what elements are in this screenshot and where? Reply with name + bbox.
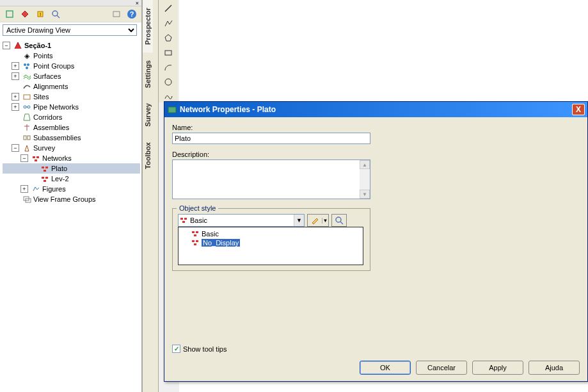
toolspace-panel: × ! ? Active Drawing View − Seção-1 ◈ Po… [0,0,142,392]
tree-point-groups[interactable]: + Point Groups [3,61,140,71]
tree-subassemblies[interactable]: Subassemblies [3,133,140,143]
tree-corridors[interactable]: Corridors [3,112,140,122]
svg-line-41 [340,222,343,224]
style-option-label: Basic [202,230,219,238]
expand-icon[interactable]: + [20,185,28,193]
toolbar-btn-1[interactable] [3,8,17,20]
style-option-label: No_Display [202,239,240,247]
tab-settings[interactable]: Settings [143,53,153,95]
style-preview-button[interactable] [331,214,347,227]
tree-root-label: Seção-1 [24,42,51,49]
svg-text:?: ? [130,10,134,18]
expander-blank [12,124,19,131]
show-tooltips-label: Show tool tips [183,345,226,353]
show-tooltips-checkbox[interactable]: ✓ [172,345,180,353]
tab-toolbox[interactable]: Toolbox [143,135,153,177]
help-button[interactable]: Ajuda [528,361,580,375]
sites-icon [22,92,31,101]
network-icon [191,230,200,238]
tree-label: Plato [51,165,67,172]
help-icon[interactable]: ? [125,8,139,20]
svg-rect-11 [24,95,30,99]
tree-figures[interactable]: + Figures [3,184,140,194]
svg-rect-18 [28,136,30,140]
svg-rect-28 [42,177,44,179]
pencil-icon [308,216,322,224]
scrollbar[interactable]: ▲ ▼ [360,160,370,199]
tree-points[interactable]: ◈ Points [3,51,140,61]
toolbar-btn-3[interactable]: ! [33,8,47,20]
ok-button[interactable]: OK [360,361,411,375]
svg-line-33 [165,5,171,12]
svg-line-20 [27,145,29,151]
tree-pipe-networks[interactable]: + Pipe Networks [3,102,140,112]
style-option-no-display[interactable]: No_Display [180,238,361,247]
subassemblies-icon [22,133,31,142]
collapse-icon[interactable]: − [12,144,19,152]
tree-assemblies[interactable]: Assemblies [3,122,140,133]
dialog-titlebar[interactable]: Network Properties - Plato X [164,102,587,117]
svg-rect-24 [35,159,37,161]
cancel-button[interactable]: Cancelar [416,361,467,375]
style-dropdown[interactable]: Basic ▼ [178,214,305,227]
tree-label: Figures [42,185,66,193]
description-input[interactable]: ▲ ▼ [172,159,370,199]
line-tool-icon[interactable] [162,3,175,13]
show-tooltips-row[interactable]: ✓ Show tool tips [172,345,226,353]
survey-icon [22,143,31,152]
name-input[interactable] [172,133,370,144]
svg-point-9 [27,63,29,66]
tree-network-plato[interactable]: Plato [3,163,140,174]
collapse-icon[interactable]: − [3,42,10,49]
prospector-tree[interactable]: − Seção-1 ◈ Points + Point Groups + Surf… [0,38,141,207]
toolbar-btn-2[interactable] [18,8,32,20]
polygon-tool-icon[interactable] [162,32,175,43]
tree-view-frame-groups[interactable]: View Frame Groups [3,194,140,204]
zoom-icon[interactable] [49,8,63,20]
network-icon [191,239,200,247]
chevron-down-icon[interactable]: ▼ [294,215,304,226]
style-selected-text: Basic [189,216,294,224]
tree-sites[interactable]: + Sites [3,92,140,102]
svg-rect-29 [45,177,48,179]
panel-close-icon[interactable]: × [136,0,139,6]
style-options-list[interactable]: Basic No_Display [178,227,363,265]
tree-label: Corridors [33,113,62,121]
svg-rect-37 [180,218,183,220]
tree-network-lev2[interactable]: Lev-2 [3,174,140,184]
close-button[interactable]: X [572,104,585,115]
svg-point-3 [52,11,58,16]
polyline-tool-icon[interactable] [162,17,175,28]
tab-survey[interactable]: Survey [143,95,153,135]
toolbar-btn-preview[interactable] [109,8,123,20]
svg-rect-36 [168,107,176,113]
tree-survey[interactable]: − Survey [3,143,140,153]
chevron-down-icon[interactable]: ▼ [322,218,328,224]
tree-alignments[interactable]: Alignments [3,81,140,92]
scroll-down-icon[interactable]: ▼ [360,190,370,199]
view-selector[interactable]: Active Drawing View [3,24,137,36]
scroll-up-icon[interactable]: ▲ [360,160,370,169]
expand-icon[interactable]: + [12,62,19,70]
draw-toolbar [159,0,178,102]
svg-rect-42 [192,231,195,233]
expander-blank [29,175,37,183]
circle-tool-icon[interactable] [162,77,175,88]
apply-button[interactable]: Apply [472,361,523,375]
expand-icon[interactable]: + [12,93,19,101]
rect-tool-icon[interactable] [162,47,175,58]
tree-surfaces[interactable]: + Surfaces [3,71,140,81]
svg-rect-39 [182,221,185,223]
tree-networks[interactable]: − Networks [3,153,140,163]
expand-icon[interactable]: + [12,72,19,80]
style-option-basic[interactable]: Basic [180,229,361,238]
arc-tool-icon[interactable] [162,62,175,73]
tree-root[interactable]: − Seção-1 [3,40,140,51]
svg-rect-34 [165,51,171,55]
collapse-icon[interactable]: − [20,154,28,162]
expand-icon[interactable]: + [12,103,19,111]
surfaces-icon [22,72,31,81]
svg-rect-46 [196,240,198,242]
style-edit-button[interactable]: ▼ [307,214,329,227]
tab-prospector[interactable]: Prospector [143,0,153,53]
